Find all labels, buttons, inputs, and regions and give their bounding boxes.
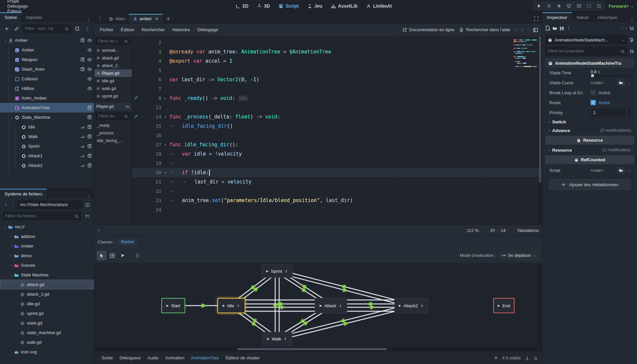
new-resource-icon[interactable] — [545, 26, 550, 31]
workspace-tab-jeu[interactable]: Jeu — [304, 0, 326, 12]
connect-nodes-tool-button[interactable] — [118, 251, 127, 260]
script-item-idle.gd[interactable]: idle.gd — [94, 77, 132, 85]
code-line-22[interactable]: 22⇥ — [132, 186, 542, 196]
eye-icon[interactable] — [87, 86, 92, 91]
script-icon[interactable] — [87, 134, 92, 139]
code-line-20[interactable]: 20▾⇥if !idle: — [132, 168, 542, 177]
scripts-filter-input[interactable]: Filtrer les s — [96, 37, 130, 45]
play-movie-icon[interactable] — [575, 2, 583, 10]
collapse-scripts-panel-button[interactable]: ‹ — [98, 227, 100, 233]
bottom-tab-sortie[interactable]: Sortie — [98, 352, 116, 364]
scene-node-slash_anim[interactable]: Slash_Anim — [0, 64, 94, 74]
play-state-icon[interactable]: ▶ — [320, 304, 322, 307]
script-menu--dition[interactable]: Édition — [117, 27, 138, 32]
breadcrumb-root[interactable]: Racine — [118, 238, 137, 246]
expander-icon[interactable]: ⌄ — [9, 115, 15, 119]
expander-icon[interactable]: › — [9, 235, 14, 238]
eye-icon[interactable] — [87, 67, 92, 72]
load-resource-icon[interactable] — [552, 26, 557, 31]
method-item-_process[interactable]: _process — [94, 129, 132, 137]
fs-item-demo[interactable]: ›demo — [0, 251, 94, 260]
fold-icon[interactable]: ▾ — [161, 115, 169, 119]
checkbox[interactable]: ✓ — [591, 100, 596, 105]
scene-node-collision[interactable]: Collision — [0, 74, 94, 84]
inspector-dock-menu-icon[interactable]: ⋮ — [627, 17, 637, 22]
state-node-idle[interactable]: ▶Idle — [217, 298, 245, 313]
script-item-walk.gd[interactable]: walk.gd — [94, 85, 132, 92]
state-node-attack[interactable]: ▶Attack — [315, 298, 347, 313]
code-line-13[interactable]: 13 — [132, 103, 542, 112]
remote-debug-icon[interactable] — [565, 2, 573, 10]
script-item-player.gd[interactable]: Player.gd — [94, 69, 132, 77]
script-item-attack-2...[interactable]: attack_2... — [94, 62, 132, 69]
sort-methods-icon[interactable] — [125, 104, 130, 109]
pin-bottom-panel-icon[interactable] — [525, 355, 529, 361]
attach-script-button[interactable] — [73, 25, 81, 33]
code-line-15[interactable]: 15⇥idle_facing_dir() — [132, 121, 542, 131]
script-menu-rechercher[interactable]: Rechercher — [138, 27, 169, 32]
play-state-icon[interactable]: ▶ — [266, 269, 269, 273]
bottom-tab-audio[interactable]: Audio — [144, 352, 162, 364]
toggle-scripts-panel-icon[interactable] — [533, 27, 538, 32]
state-node-walk[interactable]: ▶Walk — [262, 332, 292, 346]
inspector-tab-inspecteur[interactable]: Inspecteur — [542, 12, 572, 22]
state-machine-canvas[interactable]: ▶Start▶Idle▶Sprint▶Walk▶Attack▶Attack2▶E… — [94, 262, 542, 351]
number-field[interactable]: 0.0s — [591, 69, 631, 76]
exec-mode-dropdown[interactable]: ↦ Se déplacer ⌄ — [499, 251, 539, 260]
workspace-tab-limboai[interactable]: LimboAI — [362, 0, 395, 12]
script-item-animati...[interactable]: animati... — [94, 46, 132, 54]
script-menu-d-bogage[interactable]: Débogage — [194, 27, 222, 32]
code-editor[interactable]: 23@onready var anim_tree: AnimationTree … — [132, 36, 542, 225]
fs-item-sprint.gd[interactable]: sprint.gd — [0, 309, 94, 318]
distraction-free-icon[interactable] — [530, 16, 542, 23]
scene-tab-amber[interactable]: amber× — [129, 14, 163, 23]
code-line-18[interactable]: 18⇥var idle = !velocity — [132, 149, 542, 159]
state-node-sprint[interactable]: ▶Sprint — [262, 264, 293, 278]
inspector-forward-button[interactable]: › — [625, 25, 627, 31]
scene-tab-main[interactable]: Main — [105, 14, 129, 23]
bottom-tab--diteur-de-shader[interactable]: Éditeur de shader — [222, 352, 263, 364]
play-state-icon[interactable]: ▶ — [267, 337, 270, 340]
spin-field[interactable]: 1⌃⌄ — [591, 109, 631, 116]
property-tools-icon[interactable] — [629, 48, 634, 54]
workspace-tab-assetlib[interactable]: AssetLib — [327, 0, 361, 12]
code-line-17[interactable]: 17▾func idle_facing_dir(): — [132, 140, 542, 149]
signal-icon[interactable] — [80, 144, 85, 149]
renderer-dropdown[interactable]: Forward+ ⌄ — [608, 4, 634, 9]
scene-tabs-menu-icon[interactable]: ⋮ — [95, 15, 105, 23]
fold-icon[interactable]: ▸ — [161, 97, 169, 100]
property-group-advance[interactable]: ›Advance(2 modifications) — [545, 126, 634, 135]
fs-item-attack.gd[interactable]: attack.gd — [0, 280, 94, 289]
scene-node-hitbox[interactable]: HitBox — [0, 84, 94, 93]
instance-scene-button[interactable] — [13, 25, 21, 33]
canvas-h-scrollbar[interactable] — [96, 348, 537, 350]
fs-path-field[interactable]: res://State Machine/attack — [17, 200, 82, 209]
renderer-info-icon[interactable] — [595, 2, 603, 10]
stop-icon[interactable] — [555, 2, 563, 10]
scene-node-idle[interactable]: Idle — [0, 122, 94, 132]
signal-icon[interactable] — [80, 134, 85, 139]
fs-item-scenes[interactable]: ›Scenes — [0, 260, 94, 270]
script-icon[interactable] — [87, 124, 92, 130]
scene-node-attack2[interactable]: Attack2 — [0, 161, 94, 170]
scene-dock-menu-icon[interactable]: ⋮ — [84, 17, 94, 22]
menu-débogage[interactable]: Débogage — [3, 4, 32, 9]
script-icon[interactable] — [87, 153, 92, 159]
fs-back-button[interactable]: ‹ — [3, 202, 9, 208]
select-tool-button[interactable] — [97, 251, 106, 260]
scene-node-amber[interactable]: Amber — [0, 45, 94, 55]
pin-icon[interactable] — [236, 303, 240, 308]
menu-projet[interactable]: Projet — [3, 0, 32, 4]
script-menu-atteindre[interactable]: Atteindre — [169, 27, 194, 32]
script-icon[interactable] — [80, 38, 85, 43]
scene-tab-sc-ne[interactable]: Scène — [0, 12, 22, 22]
online-docs-button[interactable]: Documentation en ligne — [402, 27, 454, 33]
fs-item-icon.svg[interactable]: icon.svg — [0, 347, 94, 357]
script-icon[interactable] — [80, 57, 85, 62]
expander-icon[interactable]: ⌄ — [3, 38, 8, 42]
property-group-resource[interactable]: ›Resource(1 modification) — [545, 146, 634, 154]
delete-tool-button[interactable] — [133, 251, 142, 260]
fs-item-res-[interactable]: ⌄res:// — [0, 222, 94, 232]
script-icon[interactable] — [87, 105, 92, 110]
expander-icon[interactable]: ⌄ — [3, 225, 8, 229]
